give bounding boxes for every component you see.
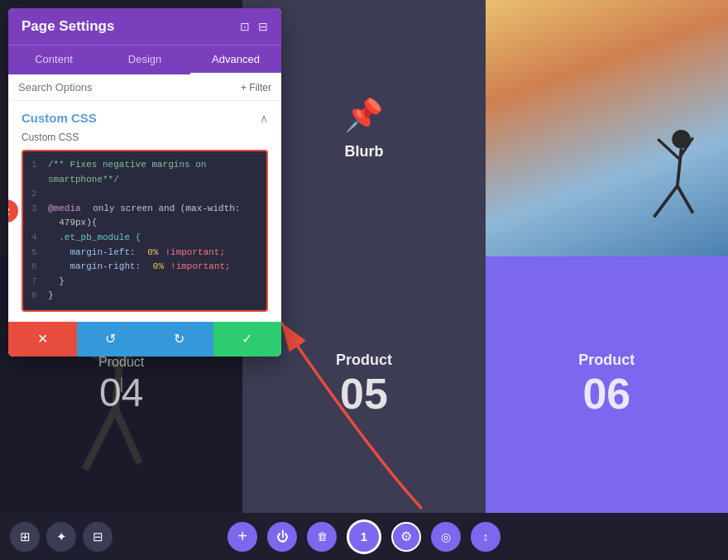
sections-toggle-button[interactable]: ✦ (46, 522, 76, 552)
dancer-silhouette (612, 116, 711, 248)
page-settings-panel: Page Settings ⊡ ⊟ Content Design Advance… (8, 8, 281, 357)
grid-cell-photo (486, 0, 728, 256)
step-badge: 2 (8, 199, 18, 223)
settings-button[interactable]: ⚙ (391, 522, 421, 552)
section-sublabel: Custom CSS (22, 132, 268, 143)
save-button[interactable]: ✓ (213, 322, 282, 357)
action-row: ✕ ↺ ↻ ✓ (8, 322, 281, 357)
css-line-7: 7 } (31, 275, 258, 290)
css-line-1: 1 /** Fixes negative margins on smartpho… (31, 158, 258, 187)
panel-expand-icon[interactable]: ⊡ (240, 20, 250, 33)
product04-number: 04 (98, 370, 144, 415)
css-line-2: 2 (31, 187, 258, 202)
tab-content[interactable]: Content (8, 45, 99, 74)
css-line-5: 5 margin-left: 0%!important; (31, 246, 258, 261)
delete-button[interactable]: 🗑 (307, 522, 337, 552)
panel-tabs: Content Design Advanced (8, 45, 281, 74)
grid-toggle-button[interactable]: ⊟ (83, 522, 113, 552)
tab-design[interactable]: Design (99, 45, 190, 74)
panel-header-icons: ⊡ ⊟ (240, 20, 268, 33)
panel-title: Page Settings (22, 18, 114, 35)
section-header: Custom CSS ∧ (22, 111, 268, 125)
panel-minimize-icon[interactable]: ⊟ (258, 20, 268, 33)
collapse-icon[interactable]: ∧ (260, 112, 268, 125)
sort-button[interactable]: ↕ (471, 522, 500, 552)
blurb-label: Blurb (344, 143, 383, 160)
product04-label: Product (98, 355, 144, 370)
search-row: + Filter (8, 74, 281, 101)
css-code-editor[interactable]: 1 /** Fixes negative margins on smartpho… (22, 150, 268, 312)
toolbar-left: ⊞ ✦ ⊟ (10, 522, 113, 552)
section-title: Custom CSS (22, 111, 97, 125)
css-line-4: 4 .et_pb_module { (31, 231, 258, 246)
bottom-toolbar: ⊞ ✦ ⊟ + ⏻ 🗑 1 ⚙ ◎ ↕ (0, 513, 728, 560)
layout-toggle-button[interactable]: ⊞ (10, 522, 40, 552)
product05-number: 05 (340, 369, 388, 419)
css-line-3b: 479px){ (31, 216, 258, 231)
redo-button[interactable]: ↻ (145, 322, 213, 357)
tab-advanced[interactable]: Advanced (190, 45, 281, 74)
custom-css-section: 2 Custom CSS ∧ Custom CSS 1 /** Fixes ne… (8, 101, 281, 322)
add-button[interactable]: + (228, 522, 257, 552)
css-line-3: 3 @media only screen and (max-width: (31, 202, 258, 217)
cancel-button[interactable]: ✕ (8, 322, 77, 357)
pin-icon: 📌 (344, 97, 383, 133)
counter-button[interactable]: 1 (347, 519, 381, 554)
css-line-8: 8 } (31, 289, 258, 304)
panel-header: Page Settings ⊡ ⊟ (8, 8, 281, 45)
product05-label: Product (336, 352, 392, 369)
target-button[interactable]: ◎ (431, 522, 461, 552)
css-line-6: 6 margin-right: 0%!important; (31, 260, 258, 275)
product06-number: 06 (582, 369, 630, 419)
grid-cell-product06[interactable]: Product 06 (486, 256, 728, 513)
power-button[interactable]: ⏻ (267, 522, 297, 552)
svg-rect-0 (615, 116, 709, 248)
search-input[interactable] (18, 81, 234, 93)
product06-label: Product (578, 352, 635, 369)
filter-button[interactable]: + Filter (241, 82, 271, 93)
undo-button[interactable]: ↺ (77, 322, 146, 357)
